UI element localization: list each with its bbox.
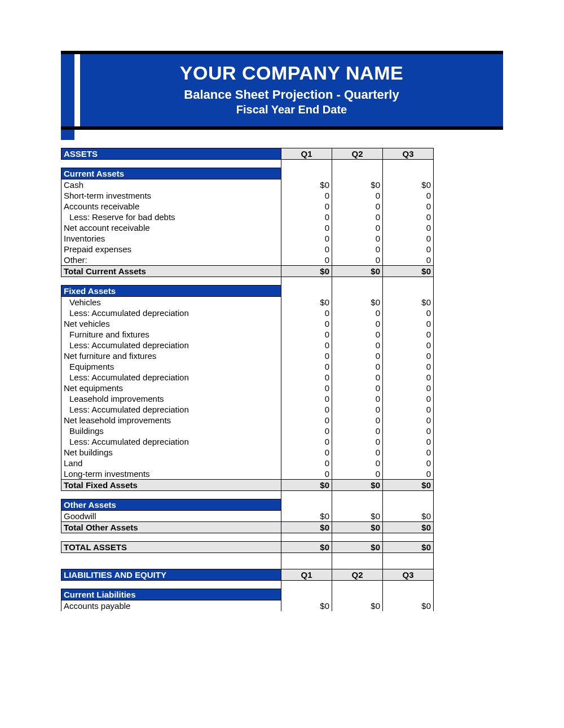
spacer-cell [332, 160, 383, 168]
cell-value: 0 [281, 436, 332, 447]
cell-value: $0 [383, 179, 434, 191]
cell-value: $0 [332, 297, 383, 308]
subtotal-value: $0 [383, 522, 434, 533]
subtotal-value: $0 [332, 266, 383, 277]
cell-value: 0 [383, 372, 434, 383]
cell-value: 0 [281, 222, 332, 233]
grand-total-value: $0 [332, 542, 383, 553]
cell-value: 0 [281, 201, 332, 212]
spacer-cell [383, 581, 434, 589]
spacer-cell [383, 561, 434, 569]
document-title: Balance Sheet Projection - Quarterly [91, 87, 492, 102]
cell-value: $0 [383, 297, 434, 308]
row-label: Less: Accumulated depreciation [61, 308, 281, 318]
spacer-cell [61, 533, 281, 542]
cell-value: 0 [281, 383, 332, 393]
cell-value: 0 [332, 233, 383, 244]
cell [281, 589, 332, 600]
cell-value: 0 [281, 361, 332, 372]
subtotal-value: $0 [281, 522, 332, 533]
cell-value: 0 [281, 447, 332, 458]
spacer-cell [383, 160, 434, 168]
cell-value: 0 [332, 255, 383, 266]
row-label: Less: Accumulated depreciation [61, 340, 281, 350]
spacer-cell [281, 277, 332, 286]
cell-value: 0 [332, 447, 383, 458]
cell [281, 499, 332, 511]
cell-value: 0 [332, 308, 383, 318]
row-label: Net buildings [61, 447, 281, 458]
cell-value: 0 [383, 415, 434, 426]
row-label: Furniture and fixtures [61, 329, 281, 340]
spacer-cell [332, 277, 383, 286]
grand-total-value: $0 [383, 542, 434, 553]
cell-value: 0 [332, 415, 383, 426]
cell-value: 0 [383, 393, 434, 404]
row-label: Buildings [61, 426, 281, 436]
subtotal-label: Total Other Assets [61, 522, 281, 533]
subtotal-value: $0 [332, 522, 383, 533]
cell-value: 0 [383, 458, 434, 468]
cell-value: 0 [383, 318, 434, 329]
cell-value: 0 [332, 222, 383, 233]
cell-value: 0 [383, 222, 434, 233]
section-heading: LIABILITIES AND EQUITY [61, 569, 281, 581]
cell-value: 0 [332, 340, 383, 350]
row-label: Equipments [61, 361, 281, 372]
cell-value: 0 [332, 212, 383, 222]
cell-value: 0 [332, 329, 383, 340]
cell-value: 0 [332, 404, 383, 415]
spacer-cell [332, 553, 383, 562]
cell-value: 0 [332, 361, 383, 372]
row-label: Accounts receivable [61, 201, 281, 212]
column-header-q2: Q2 [332, 569, 383, 581]
cell [383, 589, 434, 600]
section-heading: ASSETS [61, 148, 281, 160]
column-header-q1: Q1 [281, 148, 332, 160]
cell-value: 0 [332, 201, 383, 212]
spacer-cell [61, 491, 281, 499]
document-header: YOUR COMPANY NAME Balance Sheet Projecti… [80, 54, 503, 126]
cell-value: 0 [281, 212, 332, 222]
cell-value: 0 [383, 436, 434, 447]
cell-value: 0 [281, 340, 332, 350]
row-label: Net furniture and fixtures [61, 350, 281, 361]
cell-value: 0 [281, 255, 332, 266]
cell-value: 0 [281, 468, 332, 480]
spacer-cell [383, 491, 434, 499]
cell-value: 0 [383, 233, 434, 244]
spacer-cell [332, 533, 383, 542]
cell-value: 0 [281, 415, 332, 426]
cell-value: $0 [281, 511, 332, 522]
cell-value: 0 [281, 426, 332, 436]
cell-value: $0 [332, 600, 383, 612]
header-accent-stub [61, 130, 74, 140]
spacer-cell [281, 160, 332, 168]
cell-value: 0 [383, 308, 434, 318]
cell-value: 0 [332, 318, 383, 329]
row-label: Cash [61, 179, 281, 191]
cell [332, 589, 383, 600]
cell-value: 0 [383, 329, 434, 340]
cell-value: 0 [332, 372, 383, 383]
cell-value: 0 [332, 468, 383, 480]
cell-value: 0 [332, 458, 383, 468]
row-label: Leasehold improvements [61, 393, 281, 404]
cell-value: $0 [332, 179, 383, 191]
spacer-cell [332, 581, 383, 589]
company-name: YOUR COMPANY NAME [91, 62, 492, 84]
subsection-heading: Current Liabilities [61, 589, 281, 600]
row-label: Inventories [61, 233, 281, 244]
subtotal-value: $0 [332, 480, 383, 491]
cell-value: 0 [281, 190, 332, 201]
row-label: Prepaid expenses [61, 244, 281, 255]
cell-value: 0 [383, 447, 434, 458]
spacer-cell [383, 553, 434, 562]
cell-value: 0 [332, 436, 383, 447]
spacer-cell [281, 581, 332, 589]
column-header-q3: Q3 [383, 569, 434, 581]
cell-value: $0 [332, 511, 383, 522]
grand-total-label: TOTAL ASSETS [61, 542, 281, 553]
cell-value: 0 [383, 426, 434, 436]
cell-value: 0 [383, 201, 434, 212]
